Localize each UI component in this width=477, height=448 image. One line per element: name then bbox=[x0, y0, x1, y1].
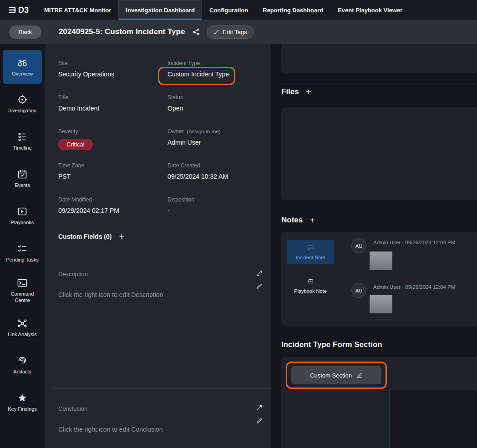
target-icon bbox=[17, 94, 28, 105]
tab-reporting-dashboard[interactable]: Reporting Dashboard bbox=[255, 0, 330, 20]
pencil-icon bbox=[356, 372, 363, 378]
expand-description-icon[interactable] bbox=[256, 270, 263, 277]
field-date-created: Date Created 09/25/2024 10:32 AM bbox=[167, 162, 265, 196]
notes-card: Incident Note Playbook Note AU Admin Use… bbox=[281, 232, 477, 326]
tab-event-playbook-viewer[interactable]: Event Playbook Viewer bbox=[330, 0, 410, 20]
share-icon[interactable] bbox=[192, 28, 200, 36]
add-file-button[interactable]: + bbox=[306, 87, 311, 96]
notes-section-header: Notes + bbox=[281, 216, 315, 225]
binoculars-icon bbox=[16, 56, 28, 68]
sidebar-item-command-centre[interactable]: Command Centre bbox=[3, 274, 42, 307]
page-title: 20240925-5: Custom Incident Type bbox=[59, 27, 185, 36]
sidebar-item-label: Pending Tasks bbox=[6, 257, 38, 263]
form-section-title: Incident Type Form Section bbox=[281, 340, 382, 349]
custom-section-label: Custom Section bbox=[310, 372, 352, 379]
incident-fields-grid: Site Security Operations Incident Type C… bbox=[58, 60, 265, 231]
conclusion-section: Conclusion Click the right icon to edit … bbox=[52, 388, 271, 433]
cluster-icon bbox=[17, 318, 28, 329]
conclusion-label: Conclusion bbox=[58, 405, 264, 412]
custom-fields-label: Custom Fields (0) bbox=[58, 233, 112, 240]
checklist-icon bbox=[17, 243, 28, 254]
field-label: Title bbox=[58, 94, 68, 101]
note-meta: Admin User · 09/26/2024 12:04 PM bbox=[373, 240, 455, 245]
sidebar-item-timeline[interactable]: Timeline bbox=[3, 125, 42, 158]
fingerprint-icon bbox=[17, 355, 28, 366]
sidebar-item-events[interactable]: Events bbox=[3, 162, 42, 196]
notes-title: Notes bbox=[281, 216, 303, 225]
files-title: Files bbox=[281, 87, 299, 96]
files-card bbox=[281, 107, 477, 200]
add-note-button[interactable]: + bbox=[310, 216, 315, 225]
tab-configuration[interactable]: Configuration bbox=[202, 0, 255, 20]
incident-note-label: Incident Note bbox=[296, 255, 325, 260]
section-divider bbox=[281, 336, 477, 336]
avatar: AU bbox=[351, 283, 366, 298]
description-section: Description Click the right icon to edit… bbox=[52, 254, 271, 298]
left-sidebar: Overview Investigation Timeline Events P… bbox=[0, 44, 45, 448]
d3-logo[interactable]: D3 bbox=[0, 0, 37, 20]
star-icon bbox=[17, 393, 28, 403]
field-label: Date Modified bbox=[58, 196, 92, 203]
site-value: Security Operations bbox=[58, 70, 167, 78]
incident-header: Back 20240925-5: Custom Incident Type Ed… bbox=[0, 20, 477, 44]
back-button[interactable]: Back bbox=[9, 25, 41, 39]
sidebar-item-label: Key Findings bbox=[8, 406, 37, 413]
time-zone-value: PST bbox=[58, 173, 167, 180]
date-created-value: 09/25/2024 10:32 AM bbox=[167, 173, 265, 180]
title-value: Demo Incident bbox=[58, 105, 167, 112]
status-value: Open bbox=[167, 105, 265, 112]
edit-tags-label: Edit Tags bbox=[223, 29, 247, 35]
field-label: Incident Type bbox=[167, 60, 200, 66]
edit-description-icon[interactable] bbox=[256, 283, 263, 290]
playbook-note-label: Playbook Note bbox=[294, 288, 327, 294]
assign-to-me-link[interactable]: (Assign to me) bbox=[187, 129, 220, 134]
custom-fields-row: Custom Fields (0) + bbox=[58, 232, 124, 241]
tab-investigation-dashboard[interactable]: Investigation Dashboard bbox=[118, 0, 202, 20]
d3-logo-text: D3 bbox=[18, 5, 29, 15]
field-label: Time Zone bbox=[58, 162, 84, 169]
sidebar-item-playbooks[interactable]: Playbooks bbox=[3, 199, 42, 233]
description-placeholder: Click the right icon to edit Description bbox=[58, 291, 264, 298]
field-time-zone: Time Zone PST bbox=[58, 162, 167, 196]
edit-tags-button[interactable]: Edit Tags bbox=[207, 25, 254, 39]
app-window: D3 MITRE ATT&CK Monitor Investigation Da… bbox=[0, 0, 477, 448]
note-meta: Admin User · 09/26/2024 12:04 PM bbox=[373, 284, 455, 290]
custom-section-button[interactable]: Custom Section bbox=[291, 366, 381, 384]
widgets-panel: Files + Notes + Incident Note Playbook N… bbox=[271, 44, 477, 448]
top-nav: D3 MITRE ATT&CK Monitor Investigation Da… bbox=[0, 0, 477, 20]
playbook-note-icon bbox=[307, 278, 314, 285]
section-divider bbox=[281, 85, 477, 85]
form-section-header: Incident Type Form Section bbox=[281, 340, 382, 349]
tab-playbook-note[interactable]: Playbook Note bbox=[287, 273, 334, 299]
sidebar-item-artifacts[interactable]: Artifacts bbox=[3, 348, 42, 382]
sidebar-item-overview[interactable]: Overview bbox=[3, 50, 42, 84]
field-date-modified: Date Modified 09/29/2024 02:17 PM bbox=[58, 196, 167, 231]
play-box-icon bbox=[17, 206, 28, 217]
terminal-icon bbox=[17, 277, 28, 288]
expand-conclusion-icon[interactable] bbox=[256, 404, 263, 411]
conclusion-placeholder: Click the right icon to edit Conclusion bbox=[58, 426, 264, 433]
sidebar-item-investigation[interactable]: Investigation bbox=[3, 87, 42, 121]
comment-icon bbox=[307, 244, 314, 252]
sidebar-item-label: Artifacts bbox=[13, 369, 31, 375]
sidebar-item-label: Playbooks bbox=[11, 220, 34, 226]
tab-mitre-attck-monitor[interactable]: MITRE ATT&CK Monitor bbox=[37, 0, 118, 20]
incident-type-form-card: Custom Section bbox=[281, 357, 477, 448]
sidebar-item-key-findings[interactable]: Key Findings bbox=[3, 386, 42, 419]
sidebar-item-label: Overview bbox=[12, 71, 33, 77]
sidebar-item-label: Link Analysis bbox=[8, 332, 37, 338]
field-label: Owner bbox=[167, 128, 183, 135]
add-custom-field-button[interactable]: + bbox=[119, 232, 124, 241]
field-disposition: Disposition - bbox=[167, 196, 265, 231]
incident-details-panel: Site Security Operations Incident Type C… bbox=[45, 44, 271, 448]
d3-logo-icon bbox=[8, 6, 16, 14]
sidebar-item-link-analysis[interactable]: Link Analysis bbox=[3, 311, 42, 345]
note-content-thumbnail bbox=[370, 252, 392, 270]
calendar-icon bbox=[17, 169, 28, 180]
form-card-column-divider bbox=[389, 390, 390, 448]
section-divider bbox=[281, 213, 477, 213]
sidebar-item-pending-tasks[interactable]: Pending Tasks bbox=[3, 237, 42, 270]
sidebar-item-label: Investigation bbox=[8, 108, 36, 114]
edit-conclusion-icon[interactable] bbox=[256, 418, 263, 424]
tab-incident-note[interactable]: Incident Note bbox=[287, 240, 334, 264]
